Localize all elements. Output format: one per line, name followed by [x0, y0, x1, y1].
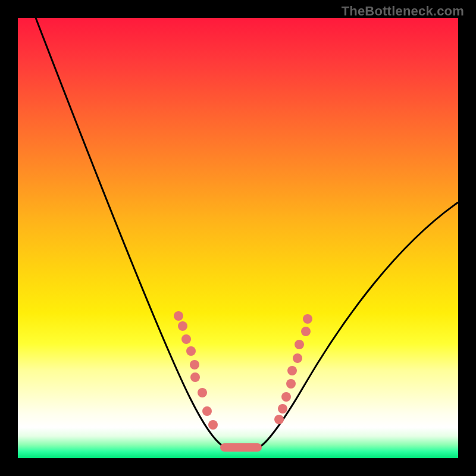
curve-path	[36, 18, 458, 446]
data-point	[190, 372, 200, 382]
data-point	[295, 340, 304, 349]
chart-frame: TheBottleneck.com	[0, 0, 476, 476]
data-point	[174, 311, 183, 321]
plateau-segment	[220, 443, 262, 452]
data-point	[281, 392, 291, 402]
data-point	[274, 415, 284, 424]
data-point	[303, 314, 312, 324]
bottleneck-curve	[36, 18, 458, 446]
data-point	[286, 379, 296, 389]
data-point	[208, 420, 218, 430]
data-point	[278, 404, 287, 414]
plot-area	[18, 18, 458, 458]
data-points-group	[174, 311, 312, 430]
data-point	[287, 366, 297, 375]
watermark-text: TheBottleneck.com	[342, 4, 464, 19]
data-point	[198, 388, 207, 397]
chart-svg	[18, 18, 458, 458]
data-point	[202, 406, 212, 416]
plateau-bar	[220, 443, 262, 452]
data-point	[186, 346, 196, 356]
data-point	[178, 321, 187, 331]
data-point	[190, 360, 199, 369]
data-point	[301, 327, 311, 336]
data-point	[293, 353, 302, 363]
data-point	[181, 334, 191, 344]
